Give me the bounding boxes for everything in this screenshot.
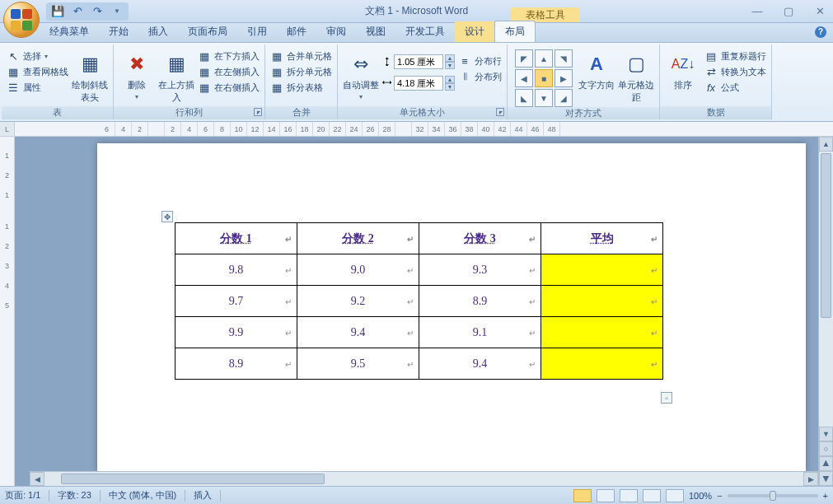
table-cell[interactable]: ↵ xyxy=(541,286,663,317)
table-cell[interactable]: 9.5↵ xyxy=(297,348,419,380)
vertical-scrollbar[interactable]: ▲ ▼ ○ ⯅ ⯆ xyxy=(818,137,833,486)
tab-home[interactable]: 开始 xyxy=(99,21,138,42)
merge-cells-button[interactable]: ▦合并单元格 xyxy=(270,49,332,63)
distribute-cols-button[interactable]: ⦀分布列 xyxy=(458,70,502,83)
dialog-launcher-icon[interactable] xyxy=(254,108,262,116)
save-icon[interactable]: 💾 xyxy=(51,5,64,18)
status-words[interactable]: 字数: 23 xyxy=(58,489,91,502)
table-header[interactable]: 分数 1↵ xyxy=(175,223,297,254)
insert-left-button[interactable]: ▦在左侧插入 xyxy=(198,65,260,78)
table-cell[interactable]: 9.3↵ xyxy=(419,254,541,286)
document-viewport[interactable]: ✥ 分数 1↵分数 2↵分数 3↵平均↵9.8↵9.0↵9.3↵↵9.7↵9.2… xyxy=(15,137,833,486)
align-ml[interactable]: ◀ xyxy=(515,69,533,87)
scroll-left-icon[interactable]: ◀ xyxy=(30,472,44,486)
diagonal-header-button[interactable]: ▦绘制斜线表头 xyxy=(72,46,108,104)
align-mr[interactable]: ▶ xyxy=(555,69,573,87)
table-cell[interactable]: ↵ xyxy=(541,348,663,380)
text-direction-button[interactable]: A文字方向 xyxy=(578,46,615,91)
tab-references[interactable]: 引用 xyxy=(237,21,277,42)
vscroll-thumb[interactable] xyxy=(821,153,831,318)
ruler-corner[interactable]: L xyxy=(0,122,15,137)
cell-margins-button[interactable]: ▢单元格边距 xyxy=(618,46,654,104)
formula-button[interactable]: fx公式 xyxy=(704,81,739,94)
row-height-input[interactable]: ⭥▲▼ xyxy=(382,54,455,69)
table-cell[interactable]: 9.8↵ xyxy=(175,254,297,286)
tab-table-layout[interactable]: 布局 xyxy=(494,21,536,42)
zoom-slider[interactable] xyxy=(728,494,818,497)
tab-insert[interactable]: 插入 xyxy=(138,21,178,42)
table-resize-handle[interactable]: ▫ xyxy=(661,392,672,404)
view-draft[interactable] xyxy=(666,489,684,502)
tab-table-design[interactable]: 设计 xyxy=(455,21,494,42)
tab-mailings[interactable]: 邮件 xyxy=(277,21,316,42)
zoom-in-button[interactable]: + xyxy=(823,491,828,501)
col-width-input[interactable]: ⭤▲▼ xyxy=(382,76,455,91)
view-outline[interactable] xyxy=(643,489,661,502)
tab-page-layout[interactable]: 页面布局 xyxy=(178,21,237,42)
zoom-out-button[interactable]: − xyxy=(717,491,722,501)
scroll-right-icon[interactable]: ▶ xyxy=(803,472,818,486)
spin-down-icon[interactable]: ▼ xyxy=(445,83,455,91)
ruler-horizontal[interactable]: L 64224681012141618202224262832343638404… xyxy=(0,122,833,137)
status-page[interactable]: 页面: 1/1 xyxy=(5,489,40,502)
table-cell[interactable]: ↵ xyxy=(541,254,663,286)
ruler-vertical[interactable]: 12112345 xyxy=(0,137,15,486)
help-icon[interactable]: ? xyxy=(815,26,826,38)
spin-down-icon[interactable]: ▼ xyxy=(445,62,455,69)
align-bc[interactable]: ▼ xyxy=(535,89,553,107)
split-cells-button[interactable]: ▦拆分单元格 xyxy=(270,65,332,78)
zoom-knob[interactable] xyxy=(770,491,776,501)
table-cell[interactable]: 9.1↵ xyxy=(419,317,541,348)
close-button[interactable]: ✕ xyxy=(812,5,828,17)
next-page-icon[interactable]: ⯆ xyxy=(819,471,833,486)
repeat-header-button[interactable]: ▤重复标题行 xyxy=(704,49,766,63)
table-cell[interactable]: 9.2↵ xyxy=(297,286,419,317)
align-tl[interactable]: ◤ xyxy=(515,49,533,68)
table-cell[interactable]: 9.7↵ xyxy=(175,286,297,317)
insert-below-button[interactable]: ▦在下方插入 xyxy=(198,49,260,63)
spin-up-icon[interactable]: ▲ xyxy=(445,76,455,83)
view-web-layout[interactable] xyxy=(620,489,638,502)
qat-dropdown-icon[interactable]: ▼ xyxy=(110,5,124,18)
table-cell[interactable]: 8.9↵ xyxy=(175,348,297,380)
split-table-button[interactable]: ▦拆分表格 xyxy=(270,81,323,94)
properties-button[interactable]: ☰属性 xyxy=(7,81,41,94)
table-move-handle[interactable]: ✥ xyxy=(161,211,173,222)
browse-object-icon[interactable]: ○ xyxy=(819,441,833,456)
office-button[interactable] xyxy=(3,2,40,38)
autofit-button[interactable]: ⇔自动调整▾ xyxy=(343,46,379,100)
prev-page-icon[interactable]: ⯅ xyxy=(819,456,833,471)
table-cell[interactable]: 9.0↵ xyxy=(297,254,419,286)
tab-view[interactable]: 视图 xyxy=(356,21,395,42)
hscroll-thumb[interactable] xyxy=(61,474,325,484)
status-language[interactable]: 中文 (简体, 中国) xyxy=(109,489,177,502)
align-tr[interactable]: ◥ xyxy=(555,49,573,68)
select-button[interactable]: ↖选择▾ xyxy=(7,49,48,63)
tab-developer[interactable]: 开发工具 xyxy=(395,21,455,42)
tab-review[interactable]: 审阅 xyxy=(316,21,356,42)
align-mc[interactable]: ■ xyxy=(535,69,553,87)
horizontal-scrollbar[interactable]: ◀ ▶ xyxy=(30,471,818,486)
table-header[interactable]: 分数 3↵ xyxy=(419,223,541,254)
spin-up-icon[interactable]: ▲ xyxy=(445,54,455,62)
undo-icon[interactable]: ↶ xyxy=(71,5,84,18)
table-cell[interactable]: 9.9↵ xyxy=(175,317,297,348)
align-br[interactable]: ◢ xyxy=(555,89,573,107)
document-table[interactable]: 分数 1↵分数 2↵分数 3↵平均↵9.8↵9.0↵9.3↵↵9.7↵9.2↵8… xyxy=(175,222,663,380)
table-cell[interactable]: ↵ xyxy=(541,317,663,348)
table-cell[interactable]: 9.4↵ xyxy=(297,317,419,348)
redo-icon[interactable]: ↷ xyxy=(91,5,104,18)
table-header[interactable]: 平均↵ xyxy=(541,223,663,254)
page[interactable]: ✥ 分数 1↵分数 2↵分数 3↵平均↵9.8↵9.0↵9.3↵↵9.7↵9.2… xyxy=(97,143,806,473)
dialog-launcher-icon[interactable] xyxy=(496,108,504,116)
table-header[interactable]: 分数 2↵ xyxy=(297,223,419,254)
align-tc[interactable]: ▲ xyxy=(535,49,553,68)
status-zoom[interactable]: 100% xyxy=(689,491,712,501)
scroll-down-icon[interactable]: ▼ xyxy=(819,427,833,441)
table-cell[interactable]: 9.4↵ xyxy=(419,348,541,380)
status-insert-mode[interactable]: 插入 xyxy=(194,489,212,502)
tab-classic[interactable]: 经典菜单 xyxy=(40,21,99,42)
sort-button[interactable]: AZ↓排序 xyxy=(665,46,701,91)
gridlines-button[interactable]: ▦查看网格线 xyxy=(7,65,68,78)
insert-above-button[interactable]: ▦在上方插入 xyxy=(158,46,194,104)
